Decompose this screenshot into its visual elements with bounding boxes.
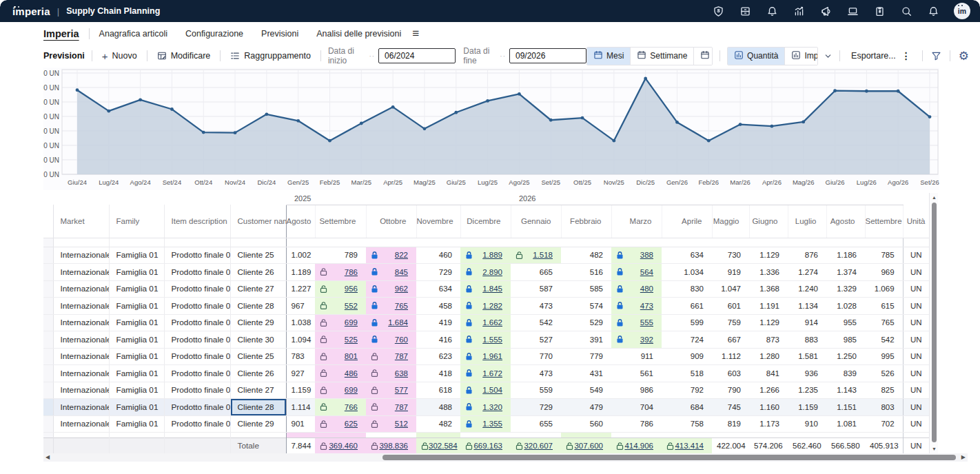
row-cliente-26-01-month-cell-5[interactable]: 665 [511,264,561,281]
family-cell[interactable]: Famiglia 01 [109,399,164,416]
closed-lock-icon[interactable] [465,285,473,293]
col-header-ottobre-2025[interactable]: Ottobre [366,205,416,238]
row-cliente-30-01-month-cell-4[interactable]: 1.555 [460,331,511,349]
row-cliente-27-01-month-cell-1[interactable]: 956 [315,280,366,298]
row-cliente-27-02-month-cell-8[interactable]: 792 [662,382,712,399]
scroll-right-icon[interactable]: ▶ [961,454,966,460]
row-cliente-27-01-month-cell-4[interactable]: 1.845 [460,280,511,298]
total-month-cell-2[interactable]: 398.836 [366,438,416,454]
toggle-quantit[interactable]: Quantità [728,48,785,65]
scroll-up-icon[interactable]: ▲ [930,195,939,200]
row-cliente-25-02-month-cell-9[interactable]: 1.112 [712,348,749,365]
date-start-input[interactable] [378,48,456,63]
row-cliente-29-01-month-cell-0[interactable]: 1.038 [286,314,315,331]
row-cliente-29-01-month-cell-12[interactable]: 955 [826,314,865,331]
row-cliente-25-01-month-cell-0[interactable]: 1.002 [286,247,315,264]
closed-lock-icon[interactable] [371,301,378,310]
market-cell[interactable]: Internazionale [53,348,109,365]
nav-item-anagrafica-articoli[interactable]: Anagrafica articoli [99,29,167,39]
open-lock-icon[interactable] [320,335,327,344]
row-cliente-25-02-month-cell-11[interactable]: 1.581 [788,348,826,365]
row-cliente-26-01-month-cell-7[interactable]: 564 [611,264,662,281]
settings-button[interactable]: ⚙ [957,49,970,63]
open-lock-icon[interactable] [616,442,624,451]
row-cliente-25-02-month-cell-12[interactable]: 1.250 [826,348,865,365]
total-month-cell-8[interactable]: 413.414 [662,438,712,454]
row-cliente-27-02-month-cell-0[interactable]: 1.159 [286,382,315,399]
row-cliente-25-02-month-cell-3[interactable]: 623 [416,348,460,365]
row-cliente-30-01-month-cell-12[interactable]: 985 [826,331,865,349]
family-cell[interactable]: Famiglia 01 [109,382,164,399]
row-cliente-29-02-month-cell-12[interactable]: 1.081 [826,415,865,433]
row-cliente-26-01-month-cell-10[interactable]: 1.336 [749,264,788,281]
row-cliente-29-02-month-cell-13[interactable]: 702 [865,415,903,433]
family-cell[interactable]: Famiglia 01 [109,247,164,264]
row-cliente-29-01-month-cell-9[interactable]: 759 [712,314,749,331]
open-lock-icon[interactable] [320,301,327,310]
family-cell[interactable]: Famiglia 01 [109,298,164,315]
new-button[interactable]: + Nuovo [99,49,140,63]
row-cliente-28-01-month-cell-5[interactable]: 473 [511,298,561,315]
nav-item-analisi-delle-previsioni[interactable]: Analisi delle previsioni [316,29,401,39]
imperia-logo[interactable]: imperia [12,6,50,17]
customer-cell[interactable]: Cliente 27 [230,382,286,399]
row-selector[interactable] [43,280,53,298]
row-cliente-27-02-month-cell-3[interactable]: 618 [416,382,460,399]
item-description-cell[interactable]: Prodotto finale 02 [164,348,230,365]
closed-lock-icon[interactable] [371,267,378,276]
row-selector[interactable] [43,382,53,399]
open-lock-icon[interactable] [320,420,327,429]
row-cliente-25-02-month-cell-1[interactable]: 801 [315,348,366,365]
row-cliente-29-02-month-cell-6[interactable]: 560 [561,415,611,433]
open-lock-icon[interactable] [320,386,327,395]
item-description-cell[interactable]: Prodotto finale 01 [164,247,230,264]
col-header-family[interactable]: Family [109,205,164,238]
family-cell[interactable]: Famiglia 01 [109,314,164,331]
market-cell[interactable]: Internazionale [53,314,109,331]
hamburger-icon[interactable]: ≡ [412,27,419,41]
row-cliente-29-02-month-cell-7[interactable]: 786 [611,415,662,433]
open-lock-icon[interactable] [465,442,473,451]
row-cliente-27-01-month-cell-7[interactable]: 480 [611,280,662,298]
total-month-cell-3[interactable]: 302.584 [416,438,460,454]
closed-lock-icon[interactable] [465,318,473,327]
total-month-cell-5[interactable]: 320.607 [511,438,561,454]
closed-lock-icon[interactable] [371,335,378,344]
family-cell[interactable]: Famiglia 01 [109,415,164,433]
family-cell[interactable]: Famiglia 01 [109,365,164,382]
row-cliente-28-02-month-cell-5[interactable]: 729 [511,399,561,416]
row-cliente-26-02-month-cell-9[interactable]: 603 [712,365,749,382]
row-cliente-27-01-month-cell-5[interactable]: 587 [511,280,561,298]
market-cell[interactable]: Internazionale [53,280,109,298]
closed-lock-icon[interactable] [465,335,473,344]
col-header-agosto-2025[interactable]: Agosto [286,205,315,238]
open-lock-icon[interactable] [371,369,378,378]
total-month-cell-11[interactable]: 562.460 [788,438,826,454]
row-cliente-28-02-month-cell-2[interactable]: 787 [366,399,416,416]
row-cliente-29-02-month-cell-11[interactable]: 910 [788,415,826,433]
row-cliente-28-02-month-cell-10[interactable]: 1.160 [749,399,788,416]
row-selector[interactable] [43,399,53,416]
family-cell[interactable]: Famiglia 01 [109,280,164,298]
open-lock-icon[interactable] [320,318,327,327]
row-cliente-26-01-month-cell-11[interactable]: 1.274 [788,264,826,281]
row-cliente-27-01-month-cell-11[interactable]: 1.240 [788,280,826,298]
item-description-cell[interactable]: Prodotto finale 02 [164,365,230,382]
market-cell[interactable]: Internazionale [53,247,109,264]
row-cliente-29-01-month-cell-3[interactable]: 419 [416,314,460,331]
row-cliente-28-02-month-cell-4[interactable]: 1.320 [460,399,511,416]
row-cliente-29-02-month-cell-4[interactable]: 1.355 [460,415,511,433]
closed-lock-icon[interactable] [465,251,473,260]
profile-avatar[interactable]: im [954,3,970,19]
customer-cell[interactable]: Cliente 26 [230,365,286,382]
customer-cell[interactable]: Cliente 25 [230,247,286,264]
closed-lock-icon[interactable] [616,318,624,327]
market-cell[interactable]: Internazionale [53,264,109,281]
customer-cell[interactable]: Cliente 25 [230,348,286,365]
closed-lock-icon[interactable] [616,267,624,276]
vertical-scroll-thumb[interactable] [932,203,937,442]
row-cliente-26-01-month-cell-8[interactable]: 1.034 [662,264,712,281]
item-description-cell[interactable]: Prodotto finale 01 [164,314,230,331]
row-cliente-28-01-month-cell-6[interactable]: 574 [561,298,611,315]
open-lock-icon[interactable] [320,285,327,293]
